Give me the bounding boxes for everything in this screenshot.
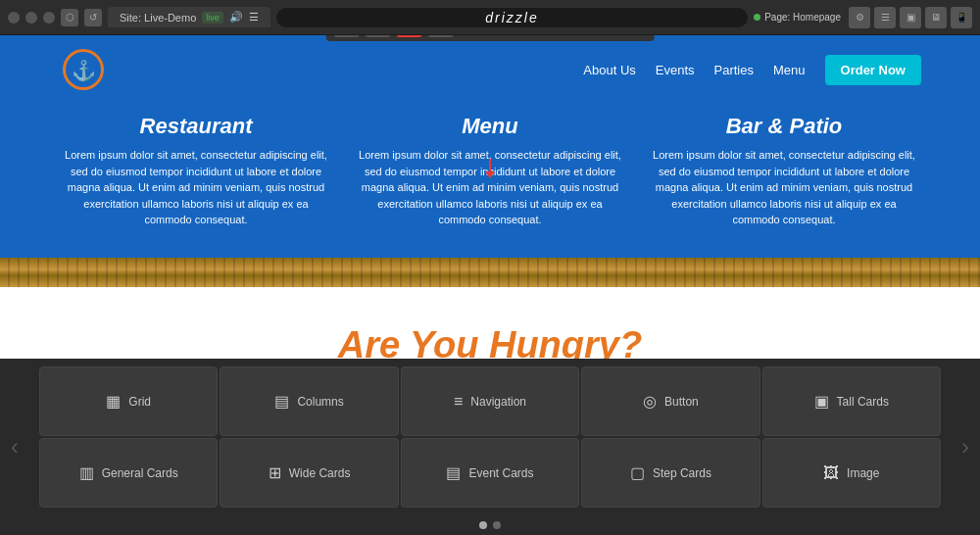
chrome-min-btn[interactable]: [25, 12, 37, 24]
nav-parties[interactable]: Parties: [714, 63, 754, 77]
droplet-general-cards-item[interactable]: ▥ General Cards: [39, 438, 218, 508]
toolbar-icon-droplets[interactable]: ⋮⋮: [397, 35, 422, 37]
toolbar-icon-layout[interactable]: ▭: [366, 35, 391, 37]
droplet-event-cards-label: Event Cards: [468, 466, 533, 480]
col-bar-text: Lorem ipsum dolor sit amet, consectetur …: [647, 147, 921, 228]
bottom-panels: ‹ ▦ Grid ▤ Columns ≡ Navigation ◎ Button…: [0, 359, 980, 535]
pagination-dot-2[interactable]: [493, 521, 501, 529]
chrome-action-3[interactable]: ▣: [900, 7, 921, 28]
col-bar: Bar & Patio Lorem ipsum dolor sit amet, …: [647, 114, 921, 228]
grid-icon: ▦: [106, 392, 121, 411]
address-bar[interactable]: drizzle: [276, 8, 748, 27]
image-icon: 🖼: [823, 464, 839, 482]
droplet-step-cards-item[interactable]: ▢ Step Cards: [581, 438, 760, 508]
tab-label: Site: Live-Demo: [120, 12, 196, 24]
chrome-action-tablet[interactable]: 📱: [951, 7, 972, 28]
button-icon: ◎: [643, 392, 657, 411]
nav-logo: ⚓: [59, 45, 108, 94]
droplet-columns-label: Columns: [297, 395, 343, 409]
droplet-wide-cards-item[interactable]: ⊞ Wide Cards: [220, 438, 398, 508]
droplet-step-cards-label: Step Cards: [653, 466, 711, 480]
droplet-general-cards-label: General Cards: [102, 466, 178, 480]
hungry-heading: Are You Hungry?: [338, 324, 642, 359]
main-content: ⚓ About Us Events Parties Menu Order Now…: [0, 35, 980, 535]
droplet-tall-cards-item[interactable]: ▣ Tall Cards: [762, 366, 941, 436]
nav-arrow-right[interactable]: ›: [951, 408, 980, 486]
event-cards-icon: ▤: [446, 463, 461, 482]
chrome-close-btn[interactable]: [8, 12, 20, 24]
nav-arrow-left[interactable]: ‹: [0, 408, 29, 486]
col-restaurant-title: Restaurant: [59, 114, 333, 139]
toolbar-arrow-head: [485, 171, 495, 178]
droplet-columns-item[interactable]: ▤ Columns: [220, 366, 398, 436]
toolbar-arrow-container: [489, 159, 491, 178]
white-section: Are You Hungry?: [0, 287, 980, 360]
droplet-navigation-label: Navigation: [470, 395, 526, 409]
tab-icon: 🔊: [229, 11, 243, 24]
tall-cards-icon: ▣: [814, 392, 829, 411]
col-restaurant-text: Lorem ipsum dolor sit amet, consectetur …: [59, 147, 333, 228]
chrome-actions: ⚙ ☰ ▣ 🖥 📱: [849, 7, 972, 28]
droplet-navigation-item[interactable]: ≡ Navigation: [401, 366, 579, 436]
general-cards-icon: ▥: [79, 463, 94, 482]
svg-text:⚓: ⚓: [72, 59, 96, 82]
toolbar-icon-move[interactable]: ⊞: [334, 35, 360, 37]
pagination-dot-1[interactable]: [479, 521, 487, 529]
live-badge: live: [202, 12, 223, 24]
wide-cards-icon: ⊞: [269, 463, 281, 482]
page-label: Page: Homepage: [764, 12, 841, 23]
droplet-grid: ▦ Grid ▤ Columns ≡ Navigation ◎ Button ▣…: [0, 359, 980, 515]
rope-divider: [0, 258, 980, 287]
page-indicator: Page: Homepage: [754, 12, 841, 23]
chrome-max-btn[interactable]: [43, 12, 55, 24]
nav-about[interactable]: About Us: [583, 63, 635, 77]
chrome-icon-1[interactable]: ⬡: [61, 9, 78, 26]
browser-tab[interactable]: Site: Live-Demo live 🔊 ☰: [108, 7, 270, 27]
droplet-image-label: Image: [847, 466, 879, 480]
order-now-button[interactable]: Order Now: [825, 55, 921, 85]
droplet-image-item[interactable]: 🖼 Image: [762, 438, 941, 508]
columns-icon: ▤: [274, 392, 289, 411]
browser-chrome: ⬡ ↺ Site: Live-Demo live 🔊 ☰ drizzle Pag…: [0, 0, 980, 35]
droplets-toolbar: ⊞ ▭ ⋮⋮ 📊 Droplets: [326, 35, 655, 41]
tab-menu-icon: ☰: [249, 11, 259, 24]
navigation-icon: ≡: [454, 393, 463, 411]
pagination-dots: [0, 515, 980, 535]
droplet-wide-cards-label: Wide Cards: [289, 466, 351, 480]
chrome-action-desktop[interactable]: 🖥: [925, 7, 947, 28]
col-restaurant: Restaurant Lorem ipsum dolor sit amet, c…: [59, 114, 333, 228]
nav-menu[interactable]: Menu: [773, 63, 806, 77]
blue-section: ⚓ About Us Events Parties Menu Order Now…: [0, 35, 980, 258]
website-preview: ⚓ About Us Events Parties Menu Order Now…: [0, 35, 980, 359]
droplet-tall-cards-label: Tall Cards: [837, 395, 889, 409]
droplet-grid-item[interactable]: ▦ Grid: [39, 366, 218, 436]
drizzle-logo: drizzle: [485, 10, 538, 25]
nav-bar: ⚓ About Us Events Parties Menu Order Now: [59, 35, 921, 104]
page-status-dot: [754, 14, 760, 21]
nav-links: About Us Events Parties Menu Order Now: [583, 55, 921, 85]
droplet-event-cards-item[interactable]: ▤ Event Cards: [401, 438, 579, 508]
droplet-grid-label: Grid: [128, 395, 151, 409]
chrome-icon-2[interactable]: ↺: [84, 9, 102, 26]
droplet-button-label: Button: [664, 395, 699, 409]
step-cards-icon: ▢: [630, 463, 645, 482]
col-menu-title: Menu: [353, 114, 627, 139]
droplet-button-item[interactable]: ◎ Button: [581, 366, 760, 436]
col-bar-title: Bar & Patio: [647, 114, 921, 139]
toolbar-icon-stats[interactable]: 📊: [428, 35, 454, 37]
chrome-action-1[interactable]: ⚙: [849, 7, 870, 28]
droplets-toolbar-container: ⊞ ▭ ⋮⋮ 📊 Droplets: [489, 159, 491, 178]
nav-events[interactable]: Events: [656, 63, 695, 77]
chrome-right: Page: Homepage ⚙ ☰ ▣ 🖥 📱: [754, 7, 972, 28]
chrome-action-2[interactable]: ☰: [874, 7, 896, 28]
anchor-logo-svg: ⚓: [62, 48, 105, 91]
